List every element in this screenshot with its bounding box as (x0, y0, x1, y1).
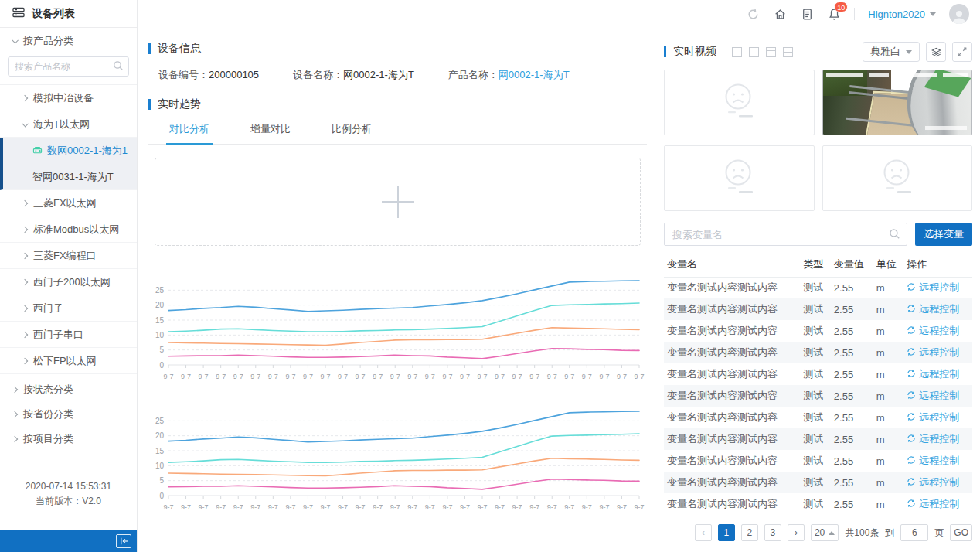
sidebar-device-item[interactable]: 智网0031-1-海为T (0, 164, 137, 190)
notification-bell-icon[interactable]: 10 (827, 7, 841, 21)
device-list-icon (12, 7, 25, 20)
variables-table: 变量名类型变量值单位操作 变量名测试内容测试内容测试2.55m远程控制变量名测试… (664, 252, 972, 515)
trend-tab[interactable]: 对比分析 (169, 122, 209, 144)
video-cell-live[interactable] (822, 70, 973, 135)
layers-button[interactable] (926, 42, 946, 62)
pagination-next-button[interactable]: › (788, 524, 805, 541)
sidebar-tree-item[interactable]: 西门子串口 (0, 322, 137, 348)
video-cell-empty[interactable] (664, 145, 815, 211)
layout-2-icon[interactable] (749, 47, 759, 57)
remote-control-link[interactable]: 远程控制 (907, 367, 959, 381)
sidebar-category-product[interactable]: 按产品分类 (0, 28, 137, 53)
page-jump-input[interactable] (900, 524, 928, 541)
cell-unit: m (873, 277, 904, 298)
sidebar-tree-item[interactable]: 模拟中冶设备 (0, 85, 137, 111)
cell-type: 测试 (800, 320, 831, 342)
sidebar-tree-item[interactable]: 松下FP以太网 (0, 348, 137, 374)
user-menu[interactable]: Hignton2020 (868, 9, 936, 20)
cell-unit: m (873, 363, 904, 385)
chevron-down-icon (12, 37, 18, 43)
svg-text:9-7: 9-7 (547, 503, 557, 511)
remote-control-link[interactable]: 远程控制 (907, 281, 959, 295)
document-icon[interactable] (800, 7, 814, 21)
pagination-total: 共100条 (845, 526, 879, 540)
page-size-select[interactable]: 20 (811, 524, 839, 541)
pagination-page-button[interactable]: 3 (764, 524, 781, 541)
select-variable-button[interactable]: 选择变量 (915, 223, 972, 246)
sidebar-tree-item[interactable]: 西门子200以太网 (0, 269, 137, 295)
video-cell-empty[interactable] (664, 70, 815, 135)
video-cell-empty[interactable] (822, 145, 973, 211)
sidebar-tree: 模拟中冶设备海为T以太网数网0002-1-海为1智网0031-1-海为T三菱FX… (0, 85, 137, 374)
remote-control-label: 远程控制 (919, 475, 959, 489)
home-icon[interactable] (773, 7, 787, 21)
cell-variable-name: 变量名测试内容测试内容 (664, 428, 800, 450)
svg-text:9-7: 9-7 (512, 373, 522, 380)
device-info-field-value[interactable]: 网0002-1-海为T (499, 69, 570, 80)
cell-type: 测试 (800, 342, 831, 363)
layout-3-icon[interactable] (766, 47, 776, 57)
remote-control-link[interactable]: 远程控制 (907, 302, 959, 316)
remote-control-link[interactable]: 远程控制 (907, 432, 959, 446)
remote-control-link[interactable]: 远程控制 (907, 324, 959, 338)
remote-control-icon (907, 412, 916, 424)
sidebar-tree-item[interactable]: 海为T以太网 (0, 111, 137, 138)
layout-1-icon[interactable] (732, 47, 742, 57)
svg-text:9-7: 9-7 (233, 373, 243, 380)
remote-control-link[interactable]: 远程控制 (907, 346, 959, 359)
sidebar-tree-item[interactable]: 三菱FX编程口 (0, 243, 137, 269)
cell-variable-name: 变量名测试内容测试内容 (664, 298, 800, 320)
no-video-icon (713, 158, 765, 198)
product-search-input[interactable] (8, 56, 129, 77)
remote-control-link[interactable]: 远程控制 (907, 454, 959, 468)
svg-text:0: 0 (159, 361, 164, 370)
search-icon[interactable] (889, 228, 900, 242)
cell-value: 2.55 (831, 385, 873, 407)
sidebar-collapse-button[interactable] (116, 534, 131, 548)
remote-control-link[interactable]: 远程控制 (907, 411, 959, 424)
pagination-page-button[interactable]: 2 (741, 524, 758, 541)
avatar[interactable] (949, 4, 969, 24)
sidebar-bottom-category[interactable]: 按项目分类 (0, 427, 137, 451)
add-trend-card-button[interactable] (155, 158, 641, 246)
table-row: 变量名测试内容测试内容测试2.55m远程控制 (664, 298, 972, 320)
sidebar-timestamp: 2020-07-14 15:53:31 (0, 479, 137, 494)
chevron-right-icon (12, 436, 18, 442)
refresh-icon[interactable] (746, 7, 760, 21)
search-icon[interactable] (113, 60, 124, 73)
remote-control-link[interactable]: 远程控制 (907, 475, 959, 489)
device-info-field: 产品名称：网0002-1-海为T (448, 68, 570, 82)
device-info-section-title: 设备信息 (148, 42, 647, 56)
cell-action: 远程控制 (903, 385, 972, 407)
remote-control-link[interactable]: 远程控制 (907, 497, 959, 511)
theme-select[interactable]: 典雅白 (863, 42, 920, 62)
sidebar-device-item[interactable]: 数网0002-1-海为1 (0, 138, 137, 164)
variables-table-body: 变量名测试内容测试内容测试2.55m远程控制变量名测试内容测试内容测试2.55m… (664, 277, 972, 515)
svg-text:9-7: 9-7 (634, 503, 644, 511)
cell-value: 2.55 (831, 450, 873, 472)
svg-text:9-7: 9-7 (320, 503, 330, 511)
fullscreen-button[interactable] (952, 42, 972, 62)
pagination-page-button[interactable]: 1 (718, 524, 735, 541)
section-bar (664, 46, 666, 57)
chevron-right-icon (22, 305, 28, 311)
main-area: 10 Hignton2020 设备信息 设备编号：200 (138, 0, 980, 552)
trend-tab[interactable]: 比例分析 (332, 122, 372, 144)
svg-text:9-7: 9-7 (582, 373, 592, 380)
sidebar-tree-item[interactable]: 标准Modbus以太网 (0, 216, 137, 243)
layout-4-icon[interactable] (783, 47, 793, 57)
remote-control-label: 远程控制 (919, 432, 959, 446)
variable-search-input[interactable] (664, 223, 907, 246)
pagination-prev-button[interactable]: ‹ (695, 524, 712, 541)
remote-control-link[interactable]: 远程控制 (907, 389, 959, 403)
sidebar-tree-item[interactable]: 西门子 (0, 295, 137, 322)
sidebar-bottom-category[interactable]: 按省份分类 (0, 402, 137, 427)
svg-text:5: 5 (159, 476, 164, 485)
pagination-go-button[interactable]: GO (950, 524, 972, 541)
sidebar-tree-item-label: 模拟中冶设备 (33, 91, 94, 105)
svg-text:9-7: 9-7 (599, 373, 609, 380)
sidebar-bottom-category[interactable]: 按状态分类 (0, 377, 137, 402)
sidebar-tree-item[interactable]: 三菱FX以太网 (0, 190, 137, 216)
trend-tab[interactable]: 增量对比 (250, 122, 291, 144)
table-column-header: 变量值 (831, 252, 873, 277)
